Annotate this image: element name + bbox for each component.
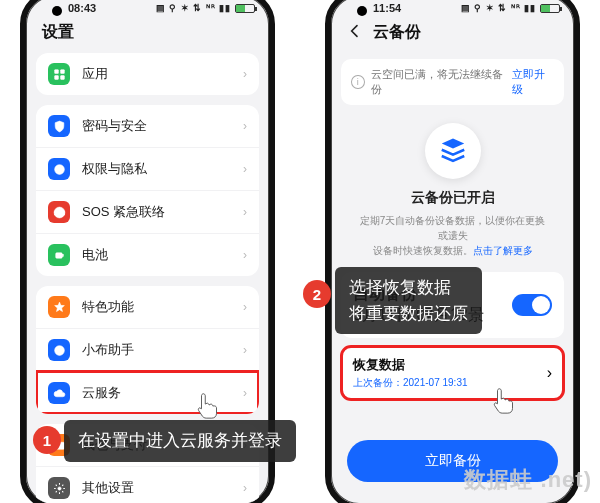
- status-time: 08:43: [68, 2, 96, 14]
- settings-group: 应用›: [36, 53, 259, 95]
- row-icon: [48, 477, 70, 499]
- apps-icon: [53, 68, 66, 81]
- svg-rect-3: [60, 75, 64, 79]
- svg-rect-1: [60, 69, 64, 73]
- phone-right: 11:54 ▤ ⚲ ✶ ⇅ ᴺᴿ ▮▮ 云备份 i 云空间已满，将无法继续备份 …: [325, 0, 580, 503]
- chevron-right-icon: ›: [243, 481, 247, 495]
- svg-point-13: [61, 445, 63, 447]
- settings-row-hand[interactable]: 权限与隐私›: [36, 147, 259, 190]
- info-icon: i: [351, 75, 365, 89]
- hand-icon: [53, 163, 66, 176]
- row-icon: [48, 296, 70, 318]
- status-bar: 08:43 ▤ ⚲ ✶ ⇅ ᴺᴿ ▮▮: [26, 0, 269, 16]
- row-label: 其他设置: [82, 479, 243, 497]
- annotation-callout-1: 在设置中进入云服务并登录: [64, 420, 296, 462]
- settings-row-battery[interactable]: 电池›: [36, 233, 259, 276]
- row-label: 特色功能: [82, 298, 243, 316]
- svg-rect-7: [55, 252, 62, 257]
- settings-row-cloud[interactable]: 云服务›: [36, 371, 259, 414]
- chevron-right-icon: ›: [243, 205, 247, 219]
- battery-icon: [53, 249, 66, 262]
- status-icons: ▤ ⚲ ✶ ⇅ ᴺᴿ ▮▮: [461, 3, 560, 13]
- page-title: 云备份: [373, 22, 421, 43]
- restore-data-row[interactable]: 恢复数据 上次备份：2021-07 19:31 ›: [341, 346, 564, 400]
- shield-icon: [53, 120, 66, 133]
- row-label: 电池: [82, 246, 243, 264]
- alert-text: 云空间已满，将无法继续备份: [371, 67, 508, 97]
- row-icon: [48, 339, 70, 361]
- auto-backup-switch[interactable]: [512, 294, 552, 316]
- svg-text:SOS: SOS: [54, 210, 65, 215]
- cloud-icon: [53, 387, 66, 400]
- chevron-left-icon: [347, 23, 363, 39]
- chevron-right-icon: ›: [243, 386, 247, 400]
- svg-rect-0: [54, 69, 58, 73]
- row-icon: [48, 158, 70, 180]
- chevron-right-icon: ›: [243, 162, 247, 176]
- svg-point-14: [57, 486, 60, 489]
- chevron-right-icon: ›: [243, 67, 247, 81]
- settings-row-apps[interactable]: 应用›: [36, 53, 259, 95]
- row-label: 应用: [82, 65, 243, 83]
- learn-more-link[interactable]: 点击了解更多: [473, 245, 533, 256]
- page-title: 设置: [42, 22, 74, 43]
- gear-icon: [53, 482, 66, 495]
- svg-rect-2: [54, 75, 58, 79]
- svg-point-11: [60, 349, 62, 351]
- star-icon: [53, 301, 66, 314]
- row-label: 小布助手: [82, 341, 243, 359]
- settings-row-gear[interactable]: 其他设置›: [36, 466, 259, 503]
- row-icon: [48, 244, 70, 266]
- restore-last-time: 上次备份：2021-07 19:31: [353, 376, 547, 390]
- backup-enabled-title: 云备份已开启: [331, 189, 574, 207]
- settings-row-shield[interactable]: 密码与安全›: [36, 105, 259, 147]
- settings-group: 密码与安全›权限与隐私›SOSSOS 紧急联络›电池›: [36, 105, 259, 276]
- row-icon: SOS: [48, 201, 70, 223]
- annotation-badge-1: 1: [33, 426, 61, 454]
- status-bar: 11:54 ▤ ⚲ ✶ ⇅ ᴺᴿ ▮▮: [331, 0, 574, 16]
- settings-group: 特色功能›小布助手›云服务›: [36, 286, 259, 414]
- storage-full-alert[interactable]: i 云空间已满，将无法继续备份 立即升级: [341, 59, 564, 105]
- svg-point-10: [57, 349, 59, 351]
- restore-title: 恢复数据: [353, 356, 547, 374]
- settings-row-sos[interactable]: SOSSOS 紧急联络›: [36, 190, 259, 233]
- row-label: 云服务: [82, 384, 243, 402]
- backup-enabled-desc: 定期7天自动备份设备数据，以便你在更换或遗失 设备时快速恢复数据。点击了解更多: [331, 213, 574, 258]
- back-button[interactable]: [347, 23, 363, 43]
- cloud-hero-icon: [425, 123, 481, 179]
- page-header: 设置: [26, 16, 269, 53]
- settings-row-star[interactable]: 特色功能›: [36, 286, 259, 328]
- row-icon: [48, 382, 70, 404]
- chevron-right-icon: ›: [243, 119, 247, 133]
- chevron-right-icon: ›: [547, 364, 552, 382]
- chevron-right-icon: ›: [243, 248, 247, 262]
- annotation-badge-2: 2: [303, 280, 331, 308]
- upgrade-link[interactable]: 立即升级: [512, 67, 554, 97]
- settings-row-assist[interactable]: 小布助手›: [36, 328, 259, 371]
- row-label: 密码与安全: [82, 117, 243, 135]
- sos-icon: SOS: [53, 206, 66, 219]
- svg-point-9: [54, 345, 64, 355]
- row-label: 权限与隐私: [82, 160, 243, 178]
- watermark: 数据蛙 .net): [464, 465, 592, 495]
- status-icons: ▤ ⚲ ✶ ⇅ ᴺᴿ ▮▮: [156, 3, 255, 13]
- row-icon: [48, 115, 70, 137]
- layers-icon: [438, 136, 468, 166]
- page-header: 云备份: [331, 16, 574, 53]
- assist-icon: [53, 344, 66, 357]
- chevron-right-icon: ›: [243, 300, 247, 314]
- chevron-right-icon: ›: [243, 343, 247, 357]
- annotation-callout-2: 选择恢复数据 将重要数据还原: [335, 267, 482, 334]
- row-icon: [48, 63, 70, 85]
- row-label: SOS 紧急联络: [82, 203, 243, 221]
- status-time: 11:54: [373, 2, 401, 14]
- svg-rect-8: [62, 254, 63, 256]
